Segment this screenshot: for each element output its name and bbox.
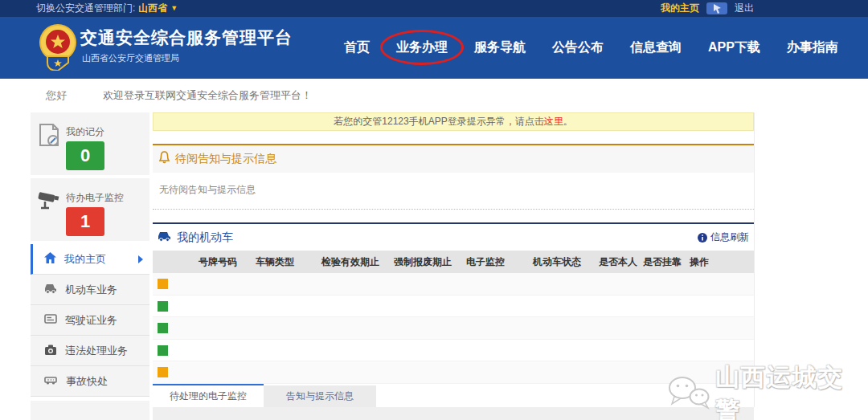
sidebar-item-violation-business[interactable]: 违法处理业务 (31, 336, 149, 366)
notice-link[interactable]: 这里 (544, 116, 563, 127)
cursor-pointer-icon (706, 2, 727, 14)
sidebar-item-label: 驾驶证业务 (65, 313, 117, 328)
col-is-affiliated: 是否挂靠 (643, 251, 682, 273)
vehicles-section: 我的机动车 信息刷新 号牌号码 车辆类型 检验有效期止 强制报废期止 电子监控 … (153, 222, 754, 384)
score-document-icon (37, 123, 61, 152)
bell-icon (159, 151, 170, 167)
table-row (153, 296, 754, 318)
sidebar-footer (31, 401, 149, 420)
col-e-monitoring: 电子监控 (466, 251, 505, 273)
watermark: 山西运城交警 (665, 361, 868, 420)
sidebar-item-accident-quick-handle[interactable]: 事故快处 (31, 366, 149, 397)
sidebar-item-label: 机动车业务 (65, 283, 117, 297)
page-subtitle: 山西省公安厅交通管理局 (82, 52, 179, 64)
monitor-panel: 待办电子监控 1 (31, 178, 149, 241)
region-selector[interactable]: 山西省 (138, 0, 167, 17)
score-panel: 我的记分 0 (31, 112, 149, 175)
nav-app-download[interactable]: APP下载 (708, 37, 760, 58)
table-row (153, 273, 754, 296)
wechat-icon (665, 373, 712, 415)
surveillance-camera-icon (37, 189, 61, 216)
score-badge[interactable]: 0 (66, 141, 104, 170)
col-actions: 操作 (690, 251, 709, 273)
bottom-tabs: 待处理的电子监控 告知与提示信息 (153, 384, 376, 407)
notice-bar: 若您的交管12123手机APP登录提示异常，请点击这里。 (153, 112, 754, 131)
home-icon (44, 252, 56, 266)
nav-service-guide[interactable]: 服务导航 (474, 37, 526, 58)
table-row (153, 361, 754, 384)
accident-car-icon (44, 375, 58, 387)
col-is-owner: 是否本人 (599, 251, 637, 273)
chevron-down-icon[interactable]: ▼ (170, 0, 178, 17)
tab-notifications[interactable]: 告知与提示信息 (264, 385, 376, 407)
nav-business-handling[interactable]: 业务办理 (396, 37, 448, 58)
topbar: 切换公安交通管理部门: 山西省 ▼ 我的主页 退出 (0, 0, 868, 17)
main-nav: 首页 业务办理 服务导航 公告公布 信息查询 APP下载 办事指南 (344, 37, 838, 58)
arrow-right-icon (138, 255, 143, 263)
sidebar-menu: 我的主页 机动车业务 驾驶证业务 违法处理业务 事故快处 (31, 244, 149, 397)
app-header: 交通安全综合服务管理平台 山西省公安厅交通管理局 首页 业务办理 服务导航 公告… (0, 17, 868, 79)
tab-pending-e-monitoring[interactable]: 待处理的电子监控 (153, 384, 264, 407)
notice-suffix: 。 (563, 116, 573, 127)
refresh-label: 信息刷新 (710, 230, 749, 244)
vehicles-table-header: 号牌号码 车辆类型 检验有效期止 强制报废期止 电子监控 机动车状态 是否本人 … (153, 251, 754, 273)
switch-department-label: 切换公安交通管理部门: (36, 0, 135, 17)
nav-business-handling-label: 业务办理 (396, 40, 448, 54)
vehicles-section-header: 我的机动车 信息刷新 (153, 224, 754, 251)
col-scrap-deadline: 强制报废期止 (394, 251, 452, 273)
sidebar-item-label: 我的主页 (64, 252, 106, 267)
score-label: 我的记分 (66, 125, 104, 139)
nav-info-query[interactable]: 信息查询 (630, 37, 682, 58)
car-icon (44, 283, 57, 296)
table-row (153, 317, 754, 340)
table-row (153, 340, 754, 362)
greeting-text: 您好 (46, 88, 67, 103)
row-status-square (158, 323, 168, 333)
monitor-badge[interactable]: 1 (66, 207, 104, 236)
alerts-section-title: 待阅告知与提示信息 (175, 152, 276, 166)
my-home-link[interactable]: 我的主页 (661, 2, 699, 15)
row-status-square (158, 301, 168, 312)
page-title: 交通安全综合服务管理平台 (80, 27, 293, 49)
nav-announcements[interactable]: 公告公布 (552, 37, 604, 58)
row-status-square (158, 345, 168, 356)
logout-link[interactable]: 退出 (735, 2, 754, 15)
col-inspection-expiry: 检验有效期止 (321, 251, 379, 273)
info-icon (698, 233, 707, 243)
sidebar-item-label: 违法处理业务 (65, 344, 128, 358)
alerts-section: 待阅告知与提示信息 无待阅告知与提示信息 (153, 144, 754, 210)
welcome-bar: 您好 欢迎登录互联网交通安全综合服务管理平台！ (0, 79, 868, 109)
sidebar-item-license-business[interactable]: 驾驶证业务 (31, 305, 149, 336)
col-vehicle-type: 车辆类型 (256, 251, 294, 273)
col-plate-number: 号牌号码 (199, 251, 237, 273)
row-status-square (158, 279, 168, 289)
bottom-band (153, 407, 754, 420)
police-badge-logo (37, 22, 79, 74)
blue-car-icon (158, 230, 171, 245)
sidebar-item-label: 事故快处 (66, 374, 108, 389)
nav-work-guide[interactable]: 办事指南 (787, 37, 838, 58)
monitor-label: 待办电子监控 (66, 191, 124, 205)
watermark-text: 山西运城交警 (715, 361, 868, 420)
refresh-button[interactable]: 信息刷新 (698, 230, 749, 244)
vehicles-section-title: 我的机动车 (177, 230, 233, 245)
sidebar-item-vehicle-business[interactable]: 机动车业务 (31, 275, 149, 305)
row-status-square (158, 367, 168, 377)
nav-home[interactable]: 首页 (344, 37, 370, 58)
id-card-icon (44, 314, 57, 326)
alerts-section-header: 待阅告知与提示信息 (153, 145, 754, 173)
welcome-message: 欢迎登录互联网交通安全综合服务管理平台！ (103, 88, 312, 103)
alerts-empty-text: 无待阅告知与提示信息 (153, 173, 754, 210)
notice-text: 若您的交管12123手机APP登录提示异常，请点击 (334, 116, 543, 127)
camera-icon (44, 345, 57, 357)
col-vehicle-status: 机动车状态 (533, 251, 581, 273)
sidebar-item-my-home[interactable]: 我的主页 (31, 244, 149, 275)
